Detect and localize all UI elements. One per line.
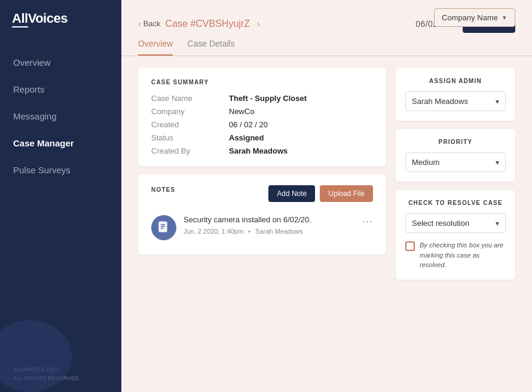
note-item: Security camera installed on 6/02/20. Ju…: [151, 209, 373, 244]
note-icon: [151, 215, 176, 240]
top-header: Company Name ▾: [121, 0, 532, 8]
forward-arrow-icon[interactable]: ›: [257, 19, 260, 29]
label-case-name: Case Name: [151, 94, 229, 103]
label-created-by: Created By: [151, 146, 229, 155]
label-created: Created: [151, 120, 229, 129]
resolve-case-card: CHECK TO RESOLVE CASE Select resolution …: [396, 190, 515, 280]
case-summary-card: CASE SUMMARY Case Name Theft - Supply Cl…: [138, 68, 386, 166]
logo-container: AllVoices: [0, 0, 121, 37]
back-button[interactable]: ‹ Back: [138, 19, 161, 29]
priority-value: Medium: [412, 158, 439, 167]
sidebar-nav: Overview Reports Messaging Case Manager …: [0, 37, 121, 356]
tabs-container: Overview Case Details: [121, 33, 532, 56]
sidebar-item-case-manager[interactable]: Case Manager: [0, 130, 121, 157]
assign-admin-value: Sarah Meadows: [412, 97, 468, 106]
case-summary-grid: Case Name Theft - Supply Closet Company …: [151, 94, 373, 155]
note-more-button[interactable]: ···: [362, 215, 373, 228]
upload-file-button[interactable]: Upload File: [320, 185, 373, 202]
label-status: Status: [151, 133, 229, 142]
assign-admin-title: ASSIGN ADMIN: [405, 78, 506, 84]
note-meta: Jun, 2 2020, 1:40pm • Sarah Meadows: [184, 228, 355, 235]
main-content: Company Name ▾ ‹ Back Case #CVBSHyujrZ ›…: [121, 0, 532, 392]
header-right: Company Name ▾: [434, 8, 515, 27]
value-company: NewCo: [229, 107, 373, 116]
priority-card: PRIORITY Medium ▾: [396, 129, 515, 182]
sidebar: AllVoices Overview Reports Messaging Cas…: [0, 0, 121, 392]
note-text: Security camera installed on 6/02/20.: [184, 215, 355, 224]
add-note-button[interactable]: Add Note: [268, 185, 315, 202]
note-dot: •: [248, 228, 250, 235]
content-area: CASE SUMMARY Case Name Theft - Supply Cl…: [121, 56, 532, 392]
resolution-dropdown[interactable]: Select resolution ▾: [405, 213, 506, 233]
notes-card: NOTES Add Note Upload File: [138, 174, 386, 255]
back-label: Back: [143, 19, 161, 28]
notes-header: NOTES Add Note Upload File: [151, 185, 373, 202]
tab-overview[interactable]: Overview: [138, 39, 173, 56]
label-company: Company: [151, 107, 229, 116]
sidebar-item-reports[interactable]: Reports: [0, 76, 121, 103]
value-created-by: Sarah Meadows: [229, 146, 373, 155]
company-dropdown-chevron: ▾: [503, 14, 506, 22]
case-summary-title: CASE SUMMARY: [151, 79, 373, 85]
resolution-placeholder: Select resolution: [412, 219, 469, 228]
tab-case-details[interactable]: Case Details: [187, 39, 234, 56]
case-id: Case #CVBSHyujrZ: [166, 19, 250, 29]
value-status: Assigned: [229, 133, 373, 142]
value-case-name: Theft - Supply Closet: [229, 94, 373, 103]
note-content: Security camera installed on 6/02/20. Ju…: [184, 215, 355, 235]
resolution-chevron: ▾: [496, 219, 499, 228]
logo-all: All: [12, 11, 28, 27]
note-author: Sarah Meadows: [255, 228, 303, 235]
resolve-case-title: CHECK TO RESOLVE CASE: [405, 200, 506, 206]
company-dropdown[interactable]: Company Name ▾: [434, 8, 515, 27]
assign-admin-card: ASSIGN ADMIN Sarah Meadows ▾: [396, 68, 515, 121]
priority-title: PRIORITY: [405, 139, 506, 145]
assign-admin-dropdown[interactable]: Sarah Meadows ▾: [405, 91, 506, 111]
priority-chevron: ▾: [496, 158, 499, 167]
value-created: 06 / 02 / 20: [229, 120, 373, 129]
logo-voices: Voices: [28, 11, 68, 26]
left-panel: CASE SUMMARY Case Name Theft - Supply Cl…: [138, 68, 386, 380]
note-date: Jun, 2 2020, 1:40pm: [184, 228, 243, 235]
assign-admin-chevron: ▾: [496, 97, 499, 106]
sidebar-item-pulse-surveys[interactable]: Pulse Surveys: [0, 157, 121, 183]
sidebar-item-messaging[interactable]: Messaging: [0, 103, 121, 130]
priority-dropdown[interactable]: Medium ▾: [405, 152, 506, 172]
resolve-label: By checking this box you are marking thi…: [420, 240, 506, 270]
resolve-checkbox[interactable]: [405, 241, 415, 251]
notes-title: NOTES: [151, 186, 175, 193]
right-panel: ASSIGN ADMIN Sarah Meadows ▾ PRIORITY Me…: [396, 68, 515, 380]
logo: AllVoices: [12, 11, 68, 27]
notes-actions: Add Note Upload File: [268, 185, 373, 202]
company-name-label: Company Name: [442, 13, 498, 22]
back-chevron-icon: ‹: [138, 19, 141, 29]
sidebar-item-overview[interactable]: Overview: [0, 49, 121, 76]
resolve-checkbox-row: By checking this box you are marking thi…: [405, 240, 506, 270]
